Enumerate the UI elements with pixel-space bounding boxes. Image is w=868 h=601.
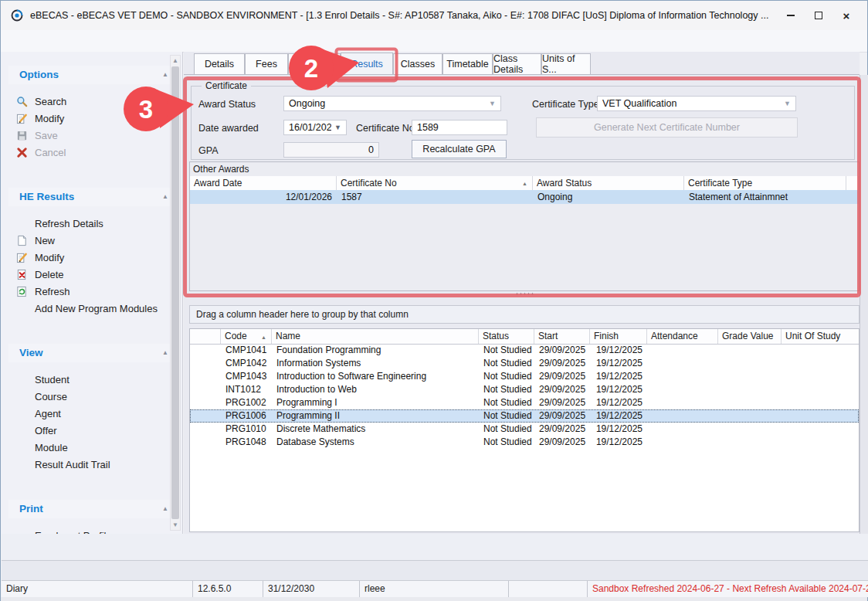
delete-icon	[16, 269, 28, 280]
status-bar: Diary12.6.5.031/12/2030rleeeSandbox Refr…	[2, 580, 868, 597]
status-cell-diary: Diary	[2, 581, 193, 597]
module-row-prg1010[interactable]: PRG1010Discrete MathematicsNot Studied29…	[190, 423, 859, 436]
tab-details[interactable]: Details	[194, 53, 245, 74]
chevron-down-icon: ▼	[784, 100, 791, 107]
scroll-down-icon[interactable]: ▼	[171, 521, 180, 528]
app-logo-icon	[11, 9, 23, 22]
generate-certificate-button[interactable]: Generate Next Certificate Number	[536, 117, 798, 138]
sidebar-item-add-new-program-modules[interactable]: Add New Program Modules	[1, 300, 182, 317]
module-row-cmp1041[interactable]: CMP1041Foundation ProgrammingNot Studied…	[190, 344, 859, 357]
sidebar: Options▲SearchModifySaveCancelHE Results…	[1, 52, 183, 534]
status-sandbox-alert: Sandbox Refreshed 2024-06-27 - Next Refr…	[588, 581, 868, 597]
cell-grade-value	[718, 423, 782, 436]
cell-start: 29/09/2025	[534, 436, 590, 449]
module-row-int1012[interactable]: INT1012Introduction to WebNot Studied29/…	[190, 383, 859, 396]
column-header-attendance[interactable]: Attendance	[647, 329, 718, 344]
certificate-type-select[interactable]: VET Qualification ▼	[597, 96, 796, 111]
sidebar-item-course[interactable]: Course	[1, 389, 182, 406]
certificate-type-label: Certificate Type	[532, 99, 599, 110]
scrollbar-thumb[interactable]	[171, 66, 179, 519]
group-by-hint: Drag a column header here to group by th…	[189, 305, 860, 324]
gpa-input[interactable]: 0	[283, 142, 379, 158]
gpa-label: GPA	[198, 145, 218, 156]
sidebar-item-save: Save	[1, 127, 182, 144]
cell-finish: 19/12/2025	[590, 423, 647, 436]
sidebar-item-offer[interactable]: Offer	[1, 423, 182, 440]
column-header-award-date[interactable]: Award Date	[190, 176, 337, 190]
sidebar-section-view[interactable]: View▲	[8, 344, 175, 362]
date-awarded-picker[interactable]: 16/01/2026 ▼	[283, 120, 347, 135]
sidebar-section-options[interactable]: Options▲	[8, 66, 175, 84]
certificate-no-input[interactable]: 1589	[412, 120, 507, 135]
module-row-prg1002[interactable]: PRG1002Programming INot Studied29/09/202…	[190, 396, 859, 409]
window-bottom-edge	[1, 597, 867, 601]
sidebar-item-enrolment-profile[interactable]: Enrolment Profile	[1, 528, 182, 534]
column-header-status[interactable]: Status	[479, 329, 534, 344]
sidebar-item-agent[interactable]: Agent	[1, 406, 182, 423]
chevron-down-icon: ▼	[334, 124, 341, 131]
other-awards-row[interactable]: 12/01/20261587OngoingStatement of Attain…	[190, 190, 859, 204]
column-header-certificate-no[interactable]: Certificate No▲	[337, 176, 533, 190]
cell-finish: 19/12/2025	[590, 344, 647, 357]
module-row-prg1006[interactable]: PRG1006Programming IINot Studied29/09/20…	[190, 409, 859, 423]
column-header-name[interactable]: Name	[272, 329, 479, 344]
column-header-award-status[interactable]: Award Status	[533, 176, 684, 190]
tab-class-details[interactable]: Class Details	[493, 53, 541, 74]
cell-name: Introduction to Web	[272, 383, 479, 396]
cell-award-status: Ongoing	[533, 190, 684, 204]
sort-asc-icon: ▲	[522, 177, 527, 190]
edit-icon	[16, 113, 28, 124]
tab-classes[interactable]: Classes	[393, 53, 442, 74]
column-header-finish[interactable]: Finish	[590, 329, 647, 344]
cell-status: Not Studied	[479, 357, 534, 370]
sidebar-item-refresh-details[interactable]: Refresh Details	[1, 216, 182, 233]
status-cell-12-6-5-0: 12.6.5.0	[193, 581, 263, 597]
refresh-icon	[16, 286, 28, 297]
column-header-start[interactable]: Start	[534, 329, 590, 344]
sidebar-item-module[interactable]: Module	[1, 440, 182, 457]
cell-code: CMP1043	[221, 370, 272, 383]
sidebar-item-delete[interactable]: Delete	[1, 267, 182, 284]
award-status-select[interactable]: Ongoing ▼	[283, 96, 501, 111]
sidebar-section-he-results[interactable]: HE Results▲	[8, 188, 175, 206]
tab-units-of-s[interactable]: Units of S...	[541, 53, 591, 74]
content-right-scrollbar[interactable]	[860, 75, 868, 534]
cell-certificate-no: 1587	[337, 190, 533, 204]
maximize-button[interactable]	[807, 7, 830, 24]
module-row-cmp1042[interactable]: CMP1042Information SystemsNot Studied29/…	[190, 357, 859, 370]
sidebar-item-search[interactable]: Search	[1, 93, 182, 110]
sidebar-item-result-audit-trail[interactable]: Result Audit Trail	[1, 457, 182, 474]
tab-hidden[interactable]	[288, 53, 341, 74]
sidebar-item-new[interactable]: New	[1, 233, 182, 250]
scroll-up-icon[interactable]: ▲	[171, 57, 180, 64]
sidebar-item-refresh[interactable]: Refresh	[1, 284, 182, 300]
module-row-cmp1043[interactable]: CMP1043Introduction to Software Engineer…	[190, 370, 859, 383]
cell-code: INT1012	[221, 383, 272, 396]
tab-results[interactable]: Results	[341, 53, 393, 74]
module-row-prg1048[interactable]: PRG1048Database SystemsNot Studied29/09/…	[190, 436, 859, 449]
column-header-grade-value[interactable]: Grade Value	[718, 329, 782, 344]
tab-timetable[interactable]: Timetable	[442, 53, 493, 74]
sidebar-item-modify[interactable]: Modify	[1, 110, 182, 127]
cell-attendance	[647, 357, 718, 370]
close-icon[interactable]: ×	[835, 7, 858, 24]
column-header-code[interactable]: Code▲	[221, 329, 272, 344]
cell-finish: 19/12/2025	[590, 383, 647, 396]
cell-attendance	[647, 370, 718, 383]
minimize-button[interactable]	[779, 7, 802, 24]
new-icon	[16, 235, 28, 246]
column-header-unit-of-study[interactable]: Unit Of Study	[782, 329, 860, 344]
sidebar-section-print[interactable]: Print▲	[8, 500, 175, 518]
column-header-extra	[846, 176, 859, 190]
sidebar-item-student[interactable]: Student	[1, 372, 182, 389]
horizontal-splitter-handle[interactable]	[515, 292, 535, 297]
cell-attendance	[647, 436, 718, 449]
column-header-certificate-type[interactable]: Certificate Type	[684, 176, 846, 190]
recalculate-gpa-button[interactable]: Recalculate GPA	[412, 140, 507, 158]
cell-start: 29/09/2025	[534, 383, 590, 396]
tab-fees[interactable]: Fees	[245, 53, 288, 74]
collapse-icon: ▲	[162, 344, 168, 362]
cell-grade-value	[718, 396, 782, 409]
sidebar-scrollbar[interactable]: ▲ ▼	[170, 55, 181, 531]
sidebar-item-modify[interactable]: Modify	[1, 250, 182, 267]
